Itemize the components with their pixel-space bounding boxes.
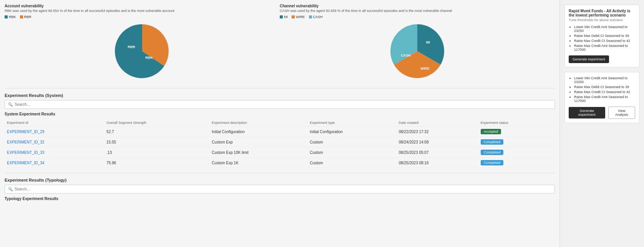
bullet-2-4: Raise Max Credit Amt Seasoned to 117000 bbox=[574, 95, 635, 103]
cell-id: EXPERIMENT_ID_33 bbox=[5, 147, 104, 158]
generate-experiment-btn-1[interactable]: Generate experiment bbox=[569, 55, 609, 63]
legend-label-wire: WIRE bbox=[296, 15, 305, 19]
legend-dot-mi bbox=[280, 15, 283, 18]
typology-subsection-title: Typology Experiment Results bbox=[5, 197, 555, 201]
experiment-id-link[interactable]: EXPERIMENT_ID_33 bbox=[7, 150, 44, 155]
table-row: EXPERIMENT_ID_29 52.7 Initial Configurat… bbox=[5, 127, 555, 137]
cell-date: 08/24/2023 14:08 bbox=[397, 137, 478, 147]
cell-description: Custom Exp 1K bbox=[209, 158, 307, 168]
channel-vulnerability-title: Channel vulnerability bbox=[280, 4, 555, 8]
legend-item-rbk: RBK bbox=[5, 15, 16, 19]
status-badge: Accepted bbox=[481, 129, 501, 134]
system-subsection-title: System Experiment Results bbox=[5, 112, 555, 116]
pie-label-cash: CASH bbox=[401, 53, 411, 57]
cell-description: Custom Exp 10K limit bbox=[209, 147, 307, 158]
bullet-2-1: Lower Min Credit Amt Seasoned to 23250 bbox=[574, 76, 635, 84]
system-search-input[interactable] bbox=[15, 102, 551, 107]
typology-search-icon: 🔍 bbox=[8, 187, 13, 191]
bullet-1-2: Raise Max Debit Ct Seasoned to 39 bbox=[574, 34, 635, 38]
table-row: EXPERIMENT_ID_34 75.96 Custom Exp 1K Cus… bbox=[5, 158, 555, 168]
cell-type: Initial Configuration bbox=[307, 127, 396, 137]
channel-pie-chart: MI WIRE CASH bbox=[387, 20, 448, 82]
cell-description: Custom Exp bbox=[209, 137, 307, 147]
status-badge: Completed bbox=[481, 160, 504, 165]
legend-item-cash: CASH bbox=[309, 15, 323, 19]
bullet-1-3: Raise Max Credit Ct Seasoned to 42 bbox=[574, 39, 635, 43]
legend-item-rbr: RBR bbox=[20, 15, 32, 19]
channel-vulnerability-legend: MI WIRE CASH bbox=[280, 15, 555, 19]
cell-strength: 75.96 bbox=[104, 158, 209, 168]
channel-pie-container: MI WIRE CASH bbox=[280, 20, 555, 82]
cell-id: EXPERIMENT_ID_32 bbox=[5, 137, 104, 147]
bullet-1-4: Raise Max Credit Amt Seasoned to 117000 bbox=[574, 44, 635, 52]
cell-type: Custom bbox=[307, 158, 396, 168]
typology-section-title: Experiment Results (Typology) bbox=[5, 178, 555, 182]
account-vulnerability-legend: RBK RBR bbox=[5, 15, 280, 19]
system-section-title: Experiment Results (System) bbox=[5, 93, 555, 98]
bullet-2-3: Raise Max Credit Ct Seasoned to 42 bbox=[574, 90, 635, 94]
sidebar-card-1-subtitle: Tune thresholds for above scenario bbox=[569, 18, 635, 22]
cell-date: 08/25/2023 05:07 bbox=[397, 147, 478, 158]
pie-label-wire: WIRE bbox=[420, 67, 430, 70]
cell-date: 08/22/2023 17:32 bbox=[397, 127, 478, 137]
table-row: EXPERIMENT_ID_32 15.55 Custom Exp Custom… bbox=[5, 137, 555, 147]
cell-strength: 15.55 bbox=[104, 137, 209, 147]
legend-label-mi: MI bbox=[284, 15, 288, 19]
system-search-bar[interactable]: 🔍 bbox=[5, 100, 555, 109]
sidebar-card-1: Rapid Mvmt Funds - All Activity is the l… bbox=[564, 5, 639, 67]
sidebar-card-2: Lower Min Credit Amt Seasoned to 23250 R… bbox=[564, 72, 639, 123]
account-pie-container: RBR RBK bbox=[5, 20, 280, 82]
view-analysis-btn[interactable]: View Analysis bbox=[608, 107, 635, 119]
card-2-btn-row: Generate experiment View Analysis bbox=[569, 107, 635, 119]
legend-dot-rbr bbox=[20, 15, 23, 18]
cell-status: Completed bbox=[478, 158, 555, 168]
cell-status: Completed bbox=[478, 137, 555, 147]
experiment-id-link[interactable]: EXPERIMENT_ID_34 bbox=[7, 161, 44, 165]
channel-vulnerability-section: Channel vulnerability CASH was used by t… bbox=[280, 4, 555, 82]
sidebar-card-1-bullets: Lower Min Credit Amt Seasoned to 23250 R… bbox=[569, 25, 635, 52]
experiment-results-typology: Experiment Results (Typology) 🔍 Typology… bbox=[5, 178, 555, 201]
cell-description: Initial Configuration bbox=[209, 127, 307, 137]
col-segment-strength: Overall Segment Strength bbox=[104, 119, 209, 127]
account-vulnerability-title: Account vulnerability bbox=[5, 4, 280, 8]
typology-search-bar[interactable]: 🔍 bbox=[5, 185, 555, 194]
cell-date: 08/25/2023 08:16 bbox=[397, 158, 478, 168]
channel-vulnerability-subtitle: CASH was used by the agent 50.658 % of t… bbox=[280, 9, 555, 13]
generate-experiment-btn-2[interactable]: Generate experiment bbox=[569, 107, 605, 118]
legend-item-mi: MI bbox=[280, 15, 288, 19]
cell-strength: .13 bbox=[104, 147, 209, 158]
cell-status: Completed bbox=[478, 147, 555, 158]
sidebar-card-1-title: Rapid Mvmt Funds - All Activity is the l… bbox=[569, 9, 635, 17]
legend-dot-cash bbox=[309, 15, 312, 18]
bullet-2-2: Raise Max Debit Ct Seasoned to 39 bbox=[574, 85, 635, 89]
experiment-id-link[interactable]: EXPERIMENT_ID_29 bbox=[7, 130, 44, 134]
legend-dot-wire bbox=[292, 15, 295, 18]
sidebar-card-2-bullets: Lower Min Credit Amt Seasoned to 23250 R… bbox=[569, 76, 635, 103]
cell-strength: 52.7 bbox=[104, 127, 209, 137]
account-vulnerability-subtitle: RBK was used by the agent 68.554 % of th… bbox=[5, 9, 280, 13]
legend-label-rbk: RBK bbox=[9, 15, 16, 19]
cell-id: EXPERIMENT_ID_34 bbox=[5, 158, 104, 168]
cell-status: Accepted bbox=[478, 127, 555, 137]
search-icon: 🔍 bbox=[8, 102, 13, 107]
col-status: Experiment status bbox=[478, 119, 555, 127]
legend-item-wire: WIRE bbox=[292, 15, 305, 19]
experiment-id-link[interactable]: EXPERIMENT_ID_32 bbox=[7, 140, 44, 144]
account-vulnerability-section: Account vulnerability RBK was used by th… bbox=[5, 4, 280, 82]
legend-label-rbr: RBR bbox=[24, 15, 32, 19]
col-date: Date created bbox=[397, 119, 478, 127]
system-table-body: EXPERIMENT_ID_29 52.7 Initial Configurat… bbox=[5, 127, 555, 168]
status-badge: Completed bbox=[481, 139, 504, 145]
cell-id: EXPERIMENT_ID_29 bbox=[5, 127, 104, 137]
col-description: Experiment description bbox=[209, 119, 307, 127]
bullet-1-1: Lower Min Credit Amt Seasoned to 23250 bbox=[574, 25, 635, 33]
system-experiment-table: Experiment Id Overall Segment Strength E… bbox=[5, 119, 555, 168]
section-divider-2 bbox=[5, 173, 555, 173]
pie-label-mi: MI bbox=[426, 40, 430, 44]
legend-dot-rbk bbox=[5, 15, 8, 18]
table-header-row: Experiment Id Overall Segment Strength E… bbox=[5, 119, 555, 127]
col-type: Experiment type bbox=[307, 119, 396, 127]
right-sidebar: Rapid Mvmt Funds - All Activity is the l… bbox=[559, 0, 644, 247]
typology-search-input[interactable] bbox=[15, 187, 551, 191]
cell-type: Custom bbox=[307, 147, 396, 158]
